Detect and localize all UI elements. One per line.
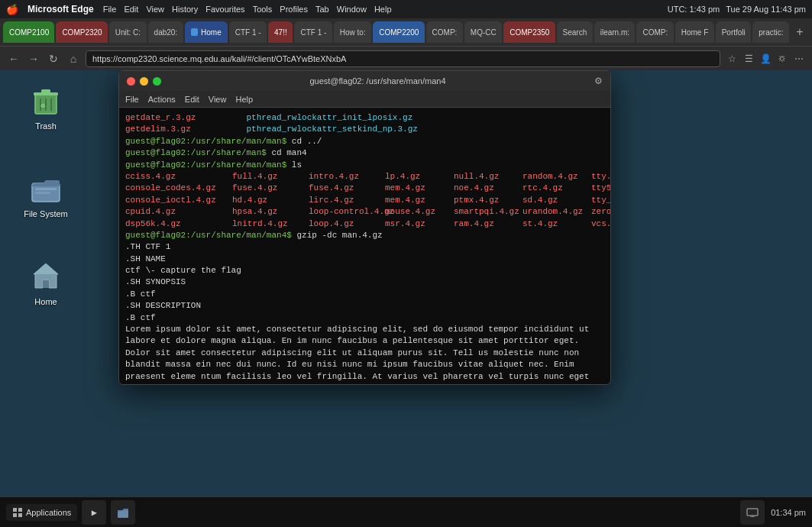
settings-icon[interactable]: ⋯	[792, 52, 806, 66]
menu-help[interactable]: Help	[374, 5, 392, 14]
desktop-icon-filesystem[interactable]: File System	[15, 170, 76, 218]
tab-comp2200-label: COMP2200	[379, 28, 419, 37]
taskbar-display-icon[interactable]	[740, 500, 765, 525]
tab-ilearn-label: ilearn.m:	[600, 28, 629, 37]
tab-homef[interactable]: Home F	[675, 21, 714, 43]
taskbar-filemanager-item[interactable]	[111, 500, 135, 525]
tab-ctf1-a[interactable]: CTF 1 -	[229, 21, 267, 43]
term-line-cd-dotdot: guest@flag02:/usr/share/man/man$ cd ../	[125, 136, 604, 147]
tab-unit-c[interactable]: Unit: C:	[109, 21, 147, 43]
display-icon	[746, 508, 759, 517]
tab-mqcc[interactable]: MQ-CC	[464, 21, 502, 43]
terminal-body[interactable]: getdate_r.3.gz pthread_rwlockattr_init_l…	[119, 108, 610, 384]
tab-ctf1-a-label: CTF 1 -	[235, 28, 261, 37]
tab-mqcc-label: MQ-CC	[471, 28, 497, 37]
terminal-menu-file[interactable]: File	[125, 95, 139, 104]
tab-comp2350[interactable]: COMP2350	[503, 21, 555, 43]
home-button[interactable]: ⌂	[66, 51, 81, 66]
collections-icon[interactable]: ☰	[742, 52, 755, 66]
term-line-b-ctf: .B ctf	[125, 289, 604, 300]
menu-bar-left: 🍎 Microsoft Edge File Edit View History …	[6, 4, 392, 15]
terminal-menubar: File Actions Edit View Help	[119, 91, 610, 108]
tab-homef-label: Home F	[681, 28, 709, 37]
filesystem-label: File System	[24, 209, 67, 218]
terminal-menu-actions[interactable]: Actions	[148, 95, 176, 104]
home-icon-svg	[29, 259, 63, 293]
tab-dab20[interactable]: dab20:	[148, 21, 183, 43]
tab-47[interactable]: 47!!	[268, 21, 293, 43]
tab-comp[interactable]: COMP:	[426, 21, 463, 43]
term-line-gzip: guest@flag02:/usr/share/man/man4$ gzip -…	[125, 230, 604, 241]
terminal-settings-icon[interactable]: ⚙	[594, 76, 603, 86]
svg-rect-13	[13, 508, 17, 512]
svg-rect-8	[35, 188, 57, 190]
terminal-minimize-button[interactable]	[140, 77, 148, 86]
terminal-maximize-button[interactable]	[153, 77, 161, 86]
trash-icon: ♻	[27, 82, 64, 118]
new-tab-button[interactable]: +	[791, 23, 809, 41]
menu-view[interactable]: View	[146, 5, 164, 14]
terminal-titlebar: guest@flag02: /usr/share/man/man4 ⚙	[119, 71, 610, 91]
tab-ctf1-b-label: CTF 1 -	[300, 28, 326, 37]
star-icon[interactable]: ☆	[725, 52, 739, 66]
file-manager-taskbar-icon	[117, 506, 129, 519]
tab-comp2[interactable]: COMP:	[636, 21, 673, 43]
tab-portfoli-label: Portfoli	[722, 28, 746, 37]
taskbar-right: 01:34 pm	[740, 500, 806, 525]
terminal-menu-view[interactable]: View	[209, 95, 227, 104]
menu-tools[interactable]: Tools	[253, 5, 273, 14]
tab-practic[interactable]: practic:	[752, 21, 789, 43]
terminal-menu-help[interactable]: Help	[235, 95, 253, 104]
extensions-icon[interactable]: ⛭	[775, 52, 789, 66]
desktop: ♻ Trash File System Home	[0, 70, 812, 496]
tab-comp2320-label: COMP2320	[62, 28, 102, 37]
menu-history[interactable]: History	[172, 5, 198, 14]
tab-unit-c-label: Unit: C:	[115, 28, 141, 37]
tab-ilearn[interactable]: ilearn.m:	[594, 21, 636, 43]
menu-profiles[interactable]: Profiles	[280, 5, 308, 14]
utc-time: UTC: 1:43 pm	[668, 5, 720, 14]
tab-comp2100[interactable]: COMP2100	[3, 21, 54, 43]
tab-comp2350-label: COMP2350	[510, 28, 549, 37]
taskbar: Applications ▶ 01:34 pm	[0, 496, 812, 527]
svg-rect-14	[18, 508, 22, 512]
apple-icon[interactable]: 🍎	[6, 4, 18, 15]
svg-rect-9	[35, 192, 50, 194]
desktop-icon-home[interactable]: Home	[15, 257, 76, 306]
tab-home-label: Home	[201, 28, 222, 37]
tab-search[interactable]: Search	[557, 21, 593, 43]
desktop-icon-trash[interactable]: ♻ Trash	[15, 82, 76, 131]
menu-window[interactable]: Window	[337, 5, 367, 14]
menu-edit[interactable]: Edit	[124, 5, 138, 14]
terminal-window-buttons	[127, 77, 161, 86]
terminal-title: guest@flag02: /usr/share/man/man4	[167, 76, 588, 86]
back-button[interactable]: ←	[6, 51, 21, 66]
address-input[interactable]	[86, 50, 720, 67]
tab-comp2200[interactable]: COMP2200	[373, 21, 424, 43]
menu-favourites[interactable]: Favourites	[205, 5, 244, 14]
tab-ctf1-b[interactable]: CTF 1 -	[294, 21, 332, 43]
menu-bar: 🍎 Microsoft Edge File Edit View History …	[0, 0, 812, 18]
home-label: Home	[34, 297, 57, 306]
term-line-para1: Lorem ipsum dolor sit amet, consectetur …	[125, 324, 604, 384]
taskbar-start-button[interactable]: Applications	[6, 504, 77, 521]
tab-portfoli[interactable]: Portfoli	[716, 21, 752, 43]
menu-tab[interactable]: Tab	[315, 5, 329, 14]
terminal-menu-edit[interactable]: Edit	[185, 95, 199, 104]
term-line-grid3: console_ioctl.4.gzhd.4.gzlirc.4.gzmem.4.…	[125, 195, 604, 206]
tab-howto[interactable]: How to:	[334, 21, 371, 43]
forward-button[interactable]: →	[26, 51, 41, 66]
svg-rect-18	[747, 509, 758, 516]
filesystem-icon-svg	[29, 171, 63, 205]
svg-marker-12	[34, 264, 58, 274]
taskbar-terminal-item[interactable]: ▶	[82, 500, 106, 525]
menu-file[interactable]: File	[103, 5, 117, 14]
terminal-close-button[interactable]	[127, 77, 135, 86]
term-line-ctf: ctf \- capture the flag	[125, 265, 604, 276]
reload-button[interactable]: ↻	[46, 51, 61, 66]
tab-comp2320[interactable]: COMP2320	[56, 21, 107, 43]
term-line-sh-desc: .SH DESCRIPTION	[125, 300, 604, 312]
profile-icon[interactable]: 👤	[759, 52, 772, 66]
tab-home[interactable]: Home	[185, 21, 228, 43]
tab-comp2-label: COMP:	[642, 28, 668, 37]
